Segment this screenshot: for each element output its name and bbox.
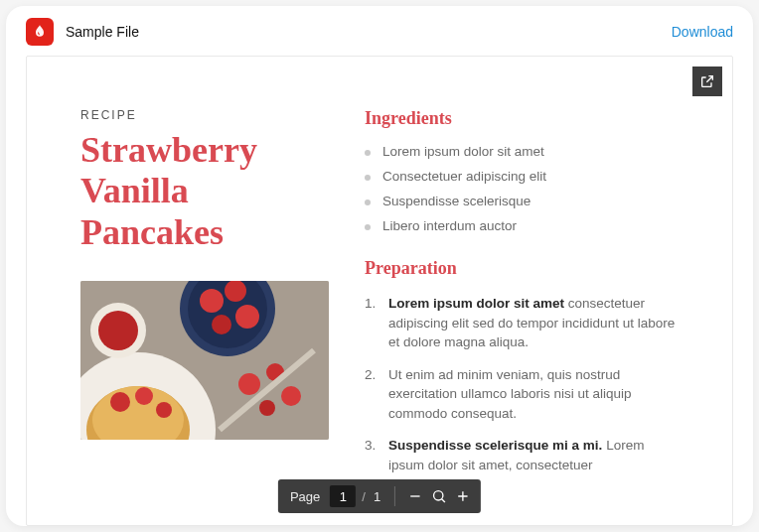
svg-point-7 (156, 402, 172, 418)
page-label: Page (284, 489, 326, 504)
recipe-photo (80, 281, 329, 440)
pdf-toolbar: Page 1 / 1 (278, 479, 481, 513)
svg-point-20 (434, 491, 443, 500)
download-link[interactable]: Download (672, 24, 733, 40)
preparation-heading: Preparation (365, 258, 679, 279)
open-external-button[interactable] (692, 66, 722, 96)
list-item: Suspendisse scelerisque mi a mi. Lorem i… (365, 431, 679, 482)
ingredients-list: Lorem ipsum dolor sit amet Consectetuer … (365, 139, 679, 238)
list-item: Lorem ipsum dolor sit amet (365, 139, 679, 164)
pdf-viewer-card: Sample File Download RECIPE Strawberry V… (6, 6, 753, 526)
svg-point-19 (259, 400, 275, 416)
svg-point-18 (281, 386, 301, 406)
svg-point-10 (200, 289, 224, 313)
pdf-icon (26, 18, 54, 46)
doc-left-column: RECIPE Strawberry Vanilla Pancakes (80, 108, 329, 525)
svg-point-5 (110, 392, 130, 412)
list-item: Suspendisse scelerisque (365, 189, 679, 213)
file-title: Sample File (66, 24, 139, 40)
magnifier-icon (431, 488, 447, 504)
svg-point-6 (135, 387, 153, 405)
document-page: RECIPE Strawberry Vanilla Pancakes (27, 57, 732, 525)
svg-point-16 (238, 373, 260, 395)
recipe-kicker: RECIPE (80, 108, 329, 122)
ingredients-heading: Ingredients (365, 108, 679, 129)
list-item: Lorem ipsum dolor sit amet consectetuer … (365, 289, 679, 360)
open-external-icon (699, 73, 715, 89)
page-current-input[interactable]: 1 (330, 485, 356, 507)
svg-point-12 (235, 305, 259, 329)
preparation-list: Lorem ipsum dolor sit amet consectetuer … (365, 289, 679, 483)
recipe-title: Strawberry Vanilla Pancakes (80, 130, 329, 253)
zoom-reset-button[interactable] (427, 484, 451, 508)
svg-point-13 (212, 315, 231, 334)
document-viewport: RECIPE Strawberry Vanilla Pancakes (26, 56, 733, 526)
zoom-out-button[interactable] (403, 484, 427, 508)
page-separator: / (360, 489, 368, 504)
list-item: Libero interdum auctor (365, 213, 679, 238)
minus-icon (407, 488, 423, 504)
top-bar: Sample File Download (6, 6, 753, 56)
list-item: Consectetuer adipiscing elit (365, 164, 679, 189)
page-total: 1 (368, 489, 386, 504)
svg-point-11 (225, 281, 246, 302)
list-item: Ut enim ad minim veniam, quis nostrud ex… (365, 360, 679, 432)
svg-point-15 (98, 311, 138, 350)
doc-right-column: Ingredients Lorem ipsum dolor sit amet C… (365, 108, 679, 525)
zoom-in-button[interactable] (451, 484, 475, 508)
toolbar-divider (394, 486, 395, 506)
plus-icon (455, 488, 471, 504)
